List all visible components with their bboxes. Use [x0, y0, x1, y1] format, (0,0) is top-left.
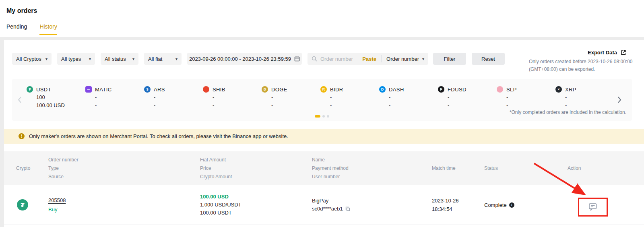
carousel-dot-2[interactable]	[322, 115, 325, 118]
coin-fiat-value: -	[448, 101, 497, 109]
carousel-item-fdusd: FFDUSD - -	[438, 85, 497, 109]
order-number-search-input[interactable]	[320, 56, 360, 62]
match-date: 2023-10-26	[432, 196, 484, 205]
search-type-dropdown[interactable]: Order number ▾	[386, 56, 424, 62]
match-time: 18:34:54	[432, 205, 484, 213]
carousel-item-shib: SHIB - -	[203, 85, 262, 109]
cell-match-time: 2023-10-26 18:34:54	[432, 196, 484, 213]
order-number-link[interactable]: 205508	[48, 197, 66, 203]
reset-button[interactable]: Reset	[472, 53, 505, 65]
carousel-pagination	[315, 115, 329, 118]
coin-fiat-value: -	[271, 101, 320, 109]
col-header-fiat-amount: Fiat Amount	[200, 156, 312, 164]
coin-fiat-value: -	[389, 101, 438, 109]
info-icon[interactable]: i	[509, 202, 514, 208]
doge-icon: Ð	[262, 86, 268, 93]
col-header-price: Price	[200, 164, 312, 173]
order-type: Buy	[48, 206, 200, 213]
coin-symbol: SLP	[506, 87, 517, 93]
coin-symbol: USDT	[36, 87, 51, 93]
coin-symbol: SHIB	[213, 87, 225, 93]
search-type-value: Order number	[386, 56, 419, 62]
date-range-picker[interactable]: 2023-09-26 00:00:00 - 2023-10-26 23:59:5…	[187, 53, 302, 65]
carousel-dot-1[interactable]	[315, 115, 320, 118]
coin-amount: -	[213, 93, 262, 101]
user-number: sc0d****aeb1	[312, 205, 343, 213]
fiat-filter-dropdown[interactable]: All fiat ▾	[144, 53, 182, 65]
carousel-item-dash: DDASH - -	[379, 85, 438, 109]
col-header-fiat-group: Fiat Amount Price Crypto Amount	[200, 156, 312, 181]
chat-bubble-icon	[589, 203, 597, 211]
page-gutter	[0, 40, 4, 227]
coin-symbol: MATIC	[95, 87, 111, 93]
chevron-down-icon: ▾	[422, 57, 424, 61]
payment-method: BigPay	[312, 197, 432, 205]
carousel-prev-button[interactable]	[17, 96, 23, 104]
chevron-down-icon: ▾	[175, 57, 178, 61]
coin-amount: -	[565, 93, 614, 101]
cell-name: BigPay sc0d****aeb1	[312, 197, 432, 213]
carousel-dot-3[interactable]	[327, 115, 329, 118]
crypto-filter-dropdown[interactable]: All Cryptos ▾	[12, 53, 52, 65]
coin-amount: -	[271, 93, 320, 101]
annotation-highlight-box	[578, 198, 608, 217]
coin-amount: 100	[36, 93, 85, 101]
type-filter-dropdown[interactable]: All types ▾	[57, 53, 95, 65]
col-header-name-group: Name Payment method User number	[312, 156, 432, 181]
coin-symbol: FDUSD	[448, 87, 466, 93]
header-divider	[0, 37, 644, 40]
page-title: My orders	[6, 7, 37, 14]
coin-symbol: DASH	[389, 87, 404, 93]
search-icon	[312, 56, 317, 62]
carousel-item-matic: ∞MATIC - -	[85, 85, 144, 109]
export-icon	[620, 50, 626, 56]
copy-icon	[345, 206, 350, 211]
carousel-items: ₮USDT 100 100.00 USD ∞MATIC - - $ARS - -…	[27, 85, 614, 109]
cell-crypto: ₮	[16, 199, 48, 210]
export-data-label: Export Data	[588, 50, 617, 56]
status-filter-dropdown[interactable]: All status ▾	[101, 53, 138, 65]
tab-pending[interactable]: Pending	[6, 23, 27, 35]
status-filter-value: All status	[105, 56, 126, 62]
carousel-item-xrp: ×XRP - -	[555, 85, 614, 109]
col-header-status: Status	[484, 164, 568, 173]
dash-icon: D	[379, 86, 386, 93]
coin-amount: -	[506, 93, 555, 101]
carousel-item-slp: SLP - -	[497, 85, 555, 109]
col-header-source: Source	[48, 173, 200, 181]
usdt-icon: ₮	[17, 199, 28, 210]
slp-icon	[497, 86, 503, 93]
cell-fiat: 100.00 USD 1.000 USD/USDT 100.00 USDT	[200, 193, 312, 217]
row-divider	[4, 225, 644, 225]
carousel-item-ars: $ARS - -	[144, 85, 203, 109]
export-note-line2: (GMT+08:00) can be exported.	[529, 66, 626, 73]
usdt-icon: ₮	[27, 86, 33, 93]
carousel-item-bidr: RBIDR - -	[320, 85, 379, 109]
chat-action-button[interactable]	[589, 203, 597, 211]
divider	[381, 55, 382, 62]
chevron-down-icon: ▾	[45, 57, 47, 61]
col-header-order-number: Order number	[48, 156, 200, 164]
coin-amount: -	[389, 93, 438, 101]
paste-button[interactable]: Paste	[362, 56, 376, 62]
coin-fiat-value: -	[330, 101, 379, 109]
carousel-next-button[interactable]	[617, 96, 622, 104]
bidr-icon: R	[320, 86, 327, 93]
matic-icon: ∞	[85, 86, 92, 93]
export-data-button[interactable]: Export Data	[588, 50, 626, 56]
warning-icon: !	[19, 133, 25, 139]
coin-fiat-value: -	[565, 101, 614, 109]
carousel-item-doge: ÐDOGE - -	[262, 85, 320, 109]
filter-button[interactable]: Filter	[433, 53, 466, 65]
order-row: ₮ 205508 Buy 100.00 USD 1.000 USD/USDT 1…	[4, 185, 644, 225]
export-note: Only orders created before 2023-10-26 08…	[529, 58, 626, 73]
xrp-icon: ×	[555, 86, 562, 93]
col-header-type: Type	[48, 164, 200, 173]
copy-button[interactable]	[345, 206, 350, 211]
ars-icon: $	[144, 86, 151, 93]
coin-amount: -	[330, 93, 379, 101]
col-header-order-group: Order number Type Source	[48, 156, 200, 181]
coin-fiat-value: 100.00 USD	[36, 101, 85, 109]
coin-fiat-value: -	[154, 101, 203, 109]
tab-history[interactable]: History	[39, 23, 57, 35]
